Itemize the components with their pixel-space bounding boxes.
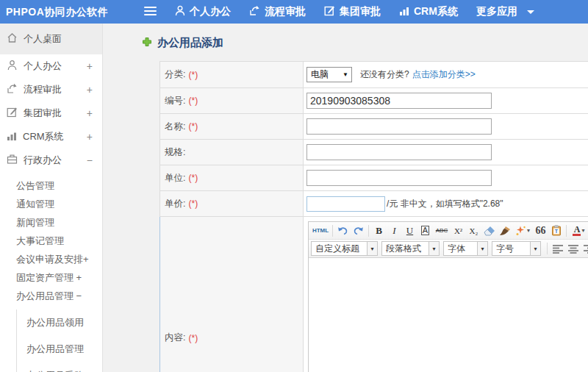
sidebar-item-label: 行政办公 [24, 154, 62, 167]
sidebar-item-desktop[interactable]: 个人桌面 [0, 24, 102, 54]
nav-crm-system[interactable]: CRM系统 [399, 5, 458, 18]
sidebar-item-label: 大事记管理 [16, 235, 64, 248]
field-label-price: 单价: [165, 198, 185, 210]
nav-more-apps[interactable]: 更多应用 [476, 5, 534, 18]
editor-toolbar-row2: 自定义标题▾ 段落格式▾ 字体▾ 字号▾ [309, 240, 588, 258]
underline-button[interactable]: U [402, 223, 417, 237]
sidebar-item-label: 新闻管理 [16, 216, 54, 229]
price-input[interactable] [306, 196, 385, 212]
blockquote-button[interactable]: 66 [533, 223, 548, 237]
category-hint: 还没有分类? [360, 68, 409, 81]
align-center-icon[interactable] [565, 242, 581, 256]
nav-label: CRM系统 [414, 5, 458, 18]
redo-button[interactable] [351, 223, 366, 237]
sidebar-item-label: 办公用品管理 − [16, 290, 82, 303]
field-label-category: 分类: [165, 68, 185, 81]
auto-typeset-wand-icon[interactable]: ▾ [512, 223, 533, 237]
form-row-content: 内容: (*) HTML B I U A ABC [159, 217, 588, 372]
price-format-hint: /元 非中文，如填写格式"2.68" [387, 198, 503, 210]
editor-content-area[interactable] [309, 258, 588, 372]
sidebar-item-memorabilia[interactable]: 大事记管理 [0, 232, 102, 250]
sidebar-item-fixed-assets[interactable]: 固定资产管理 + [0, 268, 102, 287]
sidebar-item-label: 流程审批 [24, 83, 62, 96]
char-border-button[interactable]: A [417, 223, 433, 237]
sidebar-item-office-supplies[interactable]: 办公用品管理 − [0, 287, 102, 305]
sidebar-item-notices[interactable]: 通知管理 [0, 195, 102, 213]
superscript-button[interactable]: X² [451, 223, 466, 237]
collapse-minus-icon[interactable]: − [87, 154, 93, 166]
caret-down-icon: ▾ [477, 242, 487, 255]
custom-title-dropdown[interactable]: 自定义标题▾ [311, 241, 378, 256]
source-code-button[interactable]: HTML [311, 223, 330, 237]
sidebar-item-personal-office[interactable]: 个人办公 + [0, 54, 102, 78]
field-label-code: 编号: [165, 95, 185, 107]
sidebar-item-supplies-purchase[interactable]: 办公用品采购 [17, 362, 102, 372]
expand-plus-icon[interactable]: + [87, 131, 93, 143]
required-marker: (*) [188, 96, 198, 106]
form-row-name: 名称: (*) [159, 114, 588, 140]
sidebar: 个人桌面 个人办公 + 流程审批 + 集团审批 + CRM系统 + 行政办公 −… [0, 24, 103, 372]
chart-icon [399, 6, 414, 18]
format-painter-brush-icon[interactable] [497, 223, 512, 237]
align-left-icon[interactable] [550, 242, 565, 256]
sidebar-item-supplies-manage[interactable]: 办公用品管理 [17, 336, 102, 362]
sidebar-item-group-approval[interactable]: 集团审批 + [0, 101, 102, 125]
main-content: 办公用品添加 分类: (*) 电脑 ▼ 还没有分类? 点击添加分类>> 编号: … [103, 24, 588, 372]
caret-down-icon: ▾ [581, 227, 584, 234]
expand-plus-icon[interactable]: + [87, 84, 93, 96]
sidebar-item-workflow-approval[interactable]: 流程审批 + [0, 78, 102, 101]
spec-input[interactable] [306, 144, 492, 160]
form-row-spec: 规格: [159, 140, 588, 165]
undo-button[interactable] [335, 223, 351, 237]
sidebar-item-label: CRM系统 [23, 130, 64, 143]
sidebar-submenu-admin: 公告管理 通知管理 新闻管理 大事记管理 会议申请及安排+ 固定资产管理 + 办… [0, 176, 102, 372]
sidebar-item-announcements[interactable]: 公告管理 [0, 176, 102, 195]
nav-personal-office[interactable]: 个人办公 [175, 5, 231, 18]
align-right-icon[interactable] [581, 242, 588, 256]
required-marker: (*) [188, 198, 198, 209]
page-title: 办公用品添加 [142, 36, 223, 50]
bold-button[interactable]: B [371, 223, 387, 237]
font-size-dropdown[interactable]: 字号▾ [492, 241, 541, 256]
sidebar-item-supplies-claim[interactable]: 办公用品领用 [17, 310, 102, 336]
sidebar-item-label: 通知管理 [16, 198, 54, 211]
sidebar-item-label: 公告管理 [16, 179, 54, 193]
name-input[interactable] [306, 118, 492, 135]
sidebar-item-crm[interactable]: CRM系统 + [0, 125, 102, 149]
paste-clipboard-icon[interactable]: T [548, 223, 564, 237]
sidebar-item-news[interactable]: 新闻管理 [0, 213, 102, 232]
expand-plus-icon[interactable]: + [87, 107, 93, 119]
add-plus-icon [142, 37, 152, 50]
add-category-link[interactable]: 点击添加分类>> [412, 68, 476, 81]
required-marker: (*) [188, 121, 198, 132]
user-icon [7, 60, 24, 73]
flow-icon [7, 83, 24, 96]
sidebar-item-admin-office[interactable]: 行政办公 − [0, 149, 102, 172]
menu-toggle-icon[interactable] [144, 7, 157, 17]
category-select[interactable]: 电脑 ▼ [306, 67, 352, 82]
supplies-add-form: 分类: (*) 电脑 ▼ 还没有分类? 点击添加分类>> 编号: (*) [159, 61, 588, 372]
form-row-category: 分类: (*) 电脑 ▼ 还没有分类? 点击添加分类>> [159, 62, 588, 88]
font-family-dropdown[interactable]: 字体▾ [443, 241, 488, 256]
sidebar-item-meetings[interactable]: 会议申请及安排+ [0, 250, 102, 268]
code-input[interactable] [306, 93, 492, 109]
rich-text-editor: HTML B I U A ABC X² X₂ ▾ [308, 221, 588, 372]
font-color-button[interactable]: A▾ [569, 223, 588, 237]
strikethrough-button[interactable]: ABC [433, 223, 451, 237]
field-label-content: 内容: [165, 332, 185, 344]
remove-format-eraser-icon[interactable] [481, 223, 497, 237]
category-select-value: 电脑 [311, 68, 329, 81]
select-arrow-icon: ▼ [343, 71, 348, 78]
required-marker: (*) [188, 333, 198, 343]
expand-plus-icon[interactable]: + [87, 60, 93, 72]
nav-group-approval[interactable]: 集团审批 [324, 5, 381, 18]
nav-workflow-approval[interactable]: 流程审批 [249, 5, 306, 18]
paragraph-format-dropdown[interactable]: 段落格式▾ [381, 241, 440, 256]
unit-input[interactable] [306, 170, 492, 186]
italic-button[interactable]: I [387, 223, 402, 237]
required-marker: (*) [188, 70, 198, 80]
flow-icon [249, 5, 265, 18]
nav-label: 集团审批 [340, 5, 381, 18]
subscript-button[interactable]: X₂ [466, 223, 481, 237]
page-title-text: 办公用品添加 [157, 36, 223, 50]
